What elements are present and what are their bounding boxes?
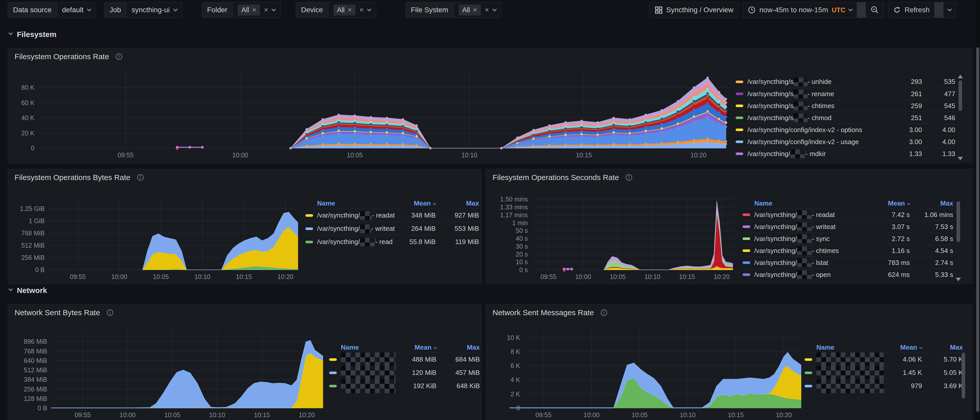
series-color-swatch[interactable] (805, 358, 812, 361)
clear-icon[interactable]: × (360, 6, 364, 14)
legend-row[interactable]: 488 MiB 684 MiB (329, 353, 480, 366)
series-color-swatch[interactable] (743, 249, 750, 252)
legend-row[interactable]: /var/syncthing/ - chtimes 1.16 s 4.54 s (743, 244, 953, 257)
scrollbar-thumb[interactable] (962, 353, 965, 399)
section-row-network[interactable]: Network (9, 286, 47, 295)
chart-net-sent-bytes[interactable]: 0 B128 MiB256 MiB384 MiB512 MiB640 MiB76… (11, 328, 326, 420)
legend-row[interactable]: /var/syncthing/ - writeat 264 MiB 553 Mi… (305, 222, 479, 235)
series-color-swatch[interactable] (736, 93, 743, 95)
info-icon[interactable] (115, 53, 123, 60)
legend-header-mean[interactable]: Mean (869, 200, 910, 207)
refresh-button[interactable]: Refresh (888, 2, 934, 17)
legend-scrollbar[interactable] (961, 342, 966, 419)
legend-row[interactable]: /var/syncthing/ - sync 2.72 s 6.58 s (743, 233, 953, 244)
chart-fs-seconds-rate[interactable]: 0 s10 s20 s30 s40 s50 s1 min1.17 mins1.3… (488, 193, 736, 282)
legend-row[interactable]: /var/syncthing/s - unhide 293 535 (736, 76, 955, 88)
info-icon[interactable] (625, 174, 633, 181)
chart-fs-ops-rate[interactable]: 020 K40 K60 K80 K09:5510:0010:0510:1010:… (11, 70, 733, 160)
legend-row[interactable]: /var/syncthing/ - mdkir 1.33 1.33 (736, 147, 955, 160)
close-icon[interactable]: × (252, 6, 256, 14)
dashboard-title-button[interactable]: Syncthing / Overview (649, 2, 739, 18)
legend-row[interactable]: /var/syncthing/s - rename 261 477 (736, 88, 955, 100)
series-color-swatch[interactable] (305, 227, 313, 230)
info-icon[interactable] (137, 174, 144, 181)
legend-header-max[interactable]: Max (436, 344, 480, 352)
time-picker-button[interactable]: now-45m to now-15m UTC (743, 2, 857, 17)
series-color-swatch[interactable] (743, 214, 750, 216)
variable-value-dropdown[interactable]: All × × (328, 2, 376, 17)
scrollbar-thumb[interactable] (976, 47, 979, 412)
legend-row[interactable]: 192 KiB 648 KiB (329, 379, 480, 393)
scroll-up-icon[interactable] (958, 75, 963, 78)
series-color-swatch[interactable] (305, 241, 313, 243)
legend-header-name[interactable]: Name (341, 344, 396, 352)
series-color-swatch[interactable] (329, 372, 337, 374)
legend-row[interactable]: /var/syncthing/ - open 624 ms 5.33 s (743, 268, 953, 281)
series-color-swatch[interactable] (736, 105, 743, 107)
legend-row[interactable]: /var/syncthing/config/index-v2 - options… (736, 124, 955, 136)
series-color-swatch[interactable] (736, 128, 743, 131)
panel-title[interactable]: Filesystem Operations Bytes Rate (14, 173, 130, 182)
legend-scrollbar[interactable] (958, 75, 963, 160)
series-color-swatch[interactable] (305, 214, 313, 217)
info-icon[interactable] (106, 309, 114, 317)
legend-row[interactable]: /var/syncthing/ - read 55.8 MiB 119 MiB (305, 235, 479, 248)
variable-job[interactable]: Job syncthing-ui (104, 2, 182, 18)
legend-header-name[interactable]: Name (317, 200, 395, 207)
scrollbar-thumb[interactable] (959, 80, 962, 111)
legend-header-max[interactable]: Max (436, 200, 479, 207)
legend-header-max[interactable]: Max (922, 344, 963, 352)
legend-row[interactable]: /var/syncthing/s - chmod 251 546 (736, 112, 955, 124)
scroll-down-icon[interactable] (958, 157, 963, 160)
panel-title[interactable]: Network Sent Bytes Rate (14, 308, 100, 317)
filter-chip[interactable]: All × (334, 5, 355, 16)
clear-icon[interactable]: × (485, 6, 489, 14)
section-row-filesystem[interactable]: Filesystem (9, 30, 56, 39)
chart-fs-bytes-rate[interactable]: 0 B256 MiB512 MiB768 MiB1 GiB1.25 GiB09:… (11, 193, 302, 282)
variable-file-system[interactable]: File System All × × (406, 2, 501, 18)
legend-row[interactable]: 4.06 K 5.70 K (805, 353, 963, 366)
legend-row[interactable]: /var/syncthing/ - lstat 783 ms 2.74 s (743, 257, 953, 268)
series-color-swatch[interactable] (805, 372, 812, 374)
legend-row[interactable]: /var/syncthing/s - chtimes 259 545 (736, 100, 955, 112)
legend-header-mean[interactable]: Mean (395, 200, 436, 207)
series-color-swatch[interactable] (329, 358, 337, 361)
panel-title[interactable]: Network Sent Messages Rate (493, 308, 594, 317)
legend-row[interactable]: 120 MiB 457 MiB (329, 366, 480, 379)
series-color-swatch[interactable] (736, 81, 743, 83)
scrollbar-thumb[interactable] (956, 201, 960, 242)
chart-net-sent-msgs[interactable]: 02 K4 K6 K8 K10 K09:5510:0010:0510:1010:… (488, 328, 801, 420)
page-scrollbar[interactable] (975, 0, 980, 420)
panel-title[interactable]: Filesystem Operations Seconds Rate (493, 173, 619, 182)
filter-chip[interactable]: All × (238, 5, 260, 16)
close-icon[interactable]: × (348, 6, 352, 14)
filter-chip[interactable]: All × (458, 5, 480, 16)
clear-icon[interactable]: × (264, 6, 268, 14)
variable-data-source[interactable]: Data source default (8, 2, 96, 18)
variable-value-dropdown[interactable]: All × × (232, 2, 280, 17)
info-icon[interactable] (600, 309, 608, 317)
legend-row[interactable]: /var/syncthing/ - readat 7.42 s 1.06 min… (743, 209, 953, 220)
legend-header-name[interactable]: Name (816, 344, 884, 352)
series-color-swatch[interactable] (805, 385, 812, 387)
series-color-swatch[interactable] (736, 152, 743, 155)
variable-value-dropdown[interactable]: syncthing-ui (126, 2, 182, 17)
series-color-swatch[interactable] (736, 141, 743, 143)
legend-header-max[interactable]: Max (910, 200, 953, 207)
close-icon[interactable]: × (473, 6, 477, 14)
panel-title[interactable]: Filesystem Operations Rate (14, 52, 109, 61)
series-color-swatch[interactable] (743, 225, 750, 228)
series-color-swatch[interactable] (743, 238, 750, 240)
series-color-swatch[interactable] (743, 262, 750, 264)
legend-header-mean[interactable]: Mean (884, 344, 922, 352)
legend-row[interactable]: /var/syncthing/ - readat 348 MiB 927 MiB (305, 209, 479, 222)
variable-value-dropdown[interactable]: All × × (453, 2, 501, 17)
series-color-swatch[interactable] (329, 385, 337, 387)
series-color-swatch[interactable] (736, 117, 743, 119)
zoom-out-button[interactable] (866, 2, 884, 17)
refresh-interval-dropdown[interactable] (943, 2, 956, 17)
legend-row[interactable]: 1.45 K 5.05 K (805, 366, 963, 379)
legend-header-mean[interactable]: Mean (396, 344, 436, 352)
legend-row[interactable]: 979 3.69 K (805, 379, 963, 393)
variable-device[interactable]: Device All × × (296, 2, 376, 18)
